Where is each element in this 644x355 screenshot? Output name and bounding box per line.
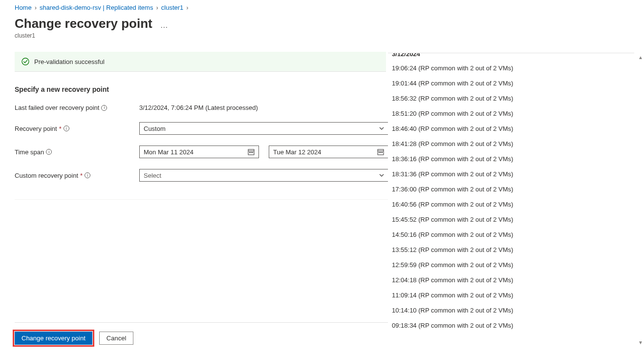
recovery-point-option[interactable]: 12:59:59 (RP common with 2 out of 2 VMs)	[392, 257, 630, 272]
recovery-point-dropdown-list[interactable]: 3/12/2024 19:06:24 (RP common with 2 out…	[388, 53, 634, 346]
svg-rect-10	[382, 152, 383, 153]
calendar-icon	[377, 148, 384, 155]
page-title: Change recovery point	[15, 16, 152, 31]
label-last-failed: Last failed over recovery point i	[15, 104, 139, 111]
chevron-right-icon: ›	[35, 4, 37, 11]
breadcrumb-rsv[interactable]: shared-disk-demo-rsv | Replicated items	[40, 4, 153, 11]
dropdown-date-header: 3/12/2024	[392, 53, 630, 61]
date-from-value: Mon Mar 11 2024	[144, 148, 193, 156]
recovery-point-option[interactable]: 12:04:18 (RP common with 2 out of 2 VMs)	[392, 272, 630, 288]
recovery-point-option[interactable]: 18:51:20 (RP common with 2 out of 2 VMs)	[392, 106, 630, 121]
recovery-point-option[interactable]: 14:50:16 (RP common with 2 out of 2 VMs)	[392, 227, 630, 242]
info-icon[interactable]: i	[101, 105, 107, 111]
recovery-point-option[interactable]: 11:09:14 (RP common with 2 out of 2 VMs)	[392, 288, 630, 303]
breadcrumb-home[interactable]: Home	[15, 4, 32, 11]
chevron-down-icon	[379, 173, 384, 178]
cancel-button[interactable]: Cancel	[99, 332, 133, 345]
required-asterisk: *	[80, 172, 83, 179]
label-custom-rp: Custom recovery point * i	[15, 172, 139, 179]
svg-rect-5	[252, 152, 253, 153]
page-subtitle: cluster1	[15, 32, 644, 39]
recovery-point-option[interactable]: 18:41:28 (RP common with 2 out of 2 VMs)	[392, 136, 630, 151]
success-check-icon	[21, 58, 29, 65]
calendar-icon	[248, 148, 255, 155]
recovery-point-option[interactable]: 18:56:32 (RP common with 2 out of 2 VMs)	[392, 91, 630, 106]
recovery-point-option[interactable]: 18:46:40 (RP common with 2 out of 2 VMs)	[392, 121, 630, 136]
recovery-point-option[interactable]: 18:36:16 (RP common with 2 out of 2 VMs)	[392, 151, 630, 167]
recovery-point-select[interactable]: Custom	[139, 122, 388, 135]
svg-rect-4	[251, 152, 252, 153]
notice-text: Pre-validation successful	[34, 58, 105, 65]
svg-rect-9	[380, 152, 381, 153]
breadcrumb: Home › shared-disk-demo-rsv | Replicated…	[15, 4, 644, 11]
custom-recovery-point-select[interactable]: Select	[139, 169, 388, 182]
chevron-down-icon	[379, 126, 384, 131]
recovery-point-option[interactable]: 17:36:00 (RP common with 2 out of 2 VMs)	[392, 182, 630, 197]
recovery-point-option[interactable]: 13:55:12 (RP common with 2 out of 2 VMs)	[392, 242, 630, 257]
scroll-down-arrow-icon[interactable]: ▼	[638, 340, 643, 345]
recovery-point-option[interactable]: 09:18:34 (RP common with 2 out of 2 VMs)	[392, 318, 630, 333]
recovery-point-dropdown-panel: 3/12/2024 19:06:24 (RP common with 2 out…	[388, 53, 634, 346]
info-icon[interactable]: i	[64, 125, 69, 131]
recovery-point-option[interactable]: 16:40:56 (RP common with 2 out of 2 VMs)	[392, 197, 630, 212]
change-recovery-point-button[interactable]: Change recovery point	[15, 332, 92, 345]
required-asterisk: *	[59, 125, 62, 132]
value-last-failed: 3/12/2024, 7:06:24 PM (Latest processed)	[139, 104, 388, 111]
recovery-point-option[interactable]: 15:45:52 (RP common with 2 out of 2 VMs)	[392, 212, 630, 227]
svg-rect-3	[249, 152, 250, 153]
scroll-up-arrow-icon[interactable]: ▲	[638, 55, 643, 60]
recovery-point-option[interactable]: 10:14:10 (RP common with 2 out of 2 VMs)	[392, 303, 630, 318]
chevron-right-icon: ›	[186, 4, 188, 11]
info-icon[interactable]: i	[46, 149, 52, 155]
breadcrumb-cluster[interactable]: cluster1	[161, 4, 184, 11]
recovery-point-option[interactable]: 19:06:24 (RP common with 2 out of 2 VMs)	[392, 61, 630, 76]
validation-notice: Pre-validation successful	[15, 52, 386, 72]
recovery-point-option[interactable]: 18:31:36 (RP common with 2 out of 2 VMs)	[392, 167, 630, 182]
recovery-point-value: Custom	[144, 125, 166, 132]
date-to-input[interactable]: Tue Mar 12 2024	[269, 146, 388, 158]
recovery-point-option[interactable]: 19:01:44 (RP common with 2 out of 2 VMs)	[392, 76, 630, 91]
date-to-value: Tue Mar 12 2024	[273, 148, 322, 156]
svg-rect-8	[379, 152, 380, 153]
svg-point-0	[22, 58, 29, 65]
more-actions-icon[interactable]: …	[160, 21, 169, 30]
info-icon[interactable]: i	[85, 172, 90, 178]
label-recovery-point: Recovery point * i	[15, 125, 139, 132]
chevron-right-icon: ›	[156, 4, 158, 11]
label-time-span: Time span i	[15, 148, 139, 156]
footer-actions: Change recovery point Cancel	[15, 322, 388, 345]
custom-rp-value: Select	[144, 172, 161, 179]
date-from-input[interactable]: Mon Mar 11 2024	[139, 146, 259, 158]
divider	[15, 199, 388, 200]
